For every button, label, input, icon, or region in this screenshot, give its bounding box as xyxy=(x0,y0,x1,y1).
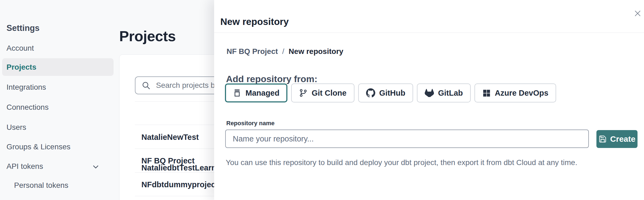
project-row[interactable]: NatalieNewTest xyxy=(141,133,199,142)
source-button-azure-devops[interactable]: Azure DevOps xyxy=(474,83,556,102)
sidebar-item-projects-label: Projects xyxy=(6,63,36,72)
managed-repo-icon xyxy=(233,89,241,97)
source-button-label: Managed xyxy=(245,89,280,98)
repository-helper-text: You can use this repository to build and… xyxy=(226,158,577,167)
breadcrumb-separator: / xyxy=(282,47,284,56)
create-button[interactable]: Create xyxy=(596,130,638,148)
sidebar-title: Settings xyxy=(6,23,39,33)
sidebar-item-projects[interactable]: Projects xyxy=(2,58,114,76)
source-button-gitlab[interactable]: GitLab xyxy=(417,83,471,102)
repository-name-label: Repository name xyxy=(226,120,275,127)
sidebar-item-groups-licenses[interactable]: Groups & Licenses xyxy=(6,143,71,151)
app-window: Settings Account Projects Integrations C… xyxy=(0,0,644,200)
source-button-label: Azure DevOps xyxy=(495,89,548,98)
sidebar-item-users[interactable]: Users xyxy=(6,123,26,132)
source-button-git-clone[interactable]: Git Clone xyxy=(291,83,354,102)
source-button-label: GitLab xyxy=(438,89,463,98)
project-row[interactable]: NFdbtdummyproject xyxy=(141,180,218,189)
github-icon xyxy=(366,88,375,98)
new-repository-modal: New repository NF BQ Project / New repos… xyxy=(214,0,644,200)
save-icon xyxy=(599,135,607,143)
chevron-down-icon[interactable] xyxy=(91,163,100,171)
git-branch-icon xyxy=(299,89,308,97)
gitlab-icon xyxy=(425,88,434,98)
sidebar-item-connections[interactable]: Connections xyxy=(6,103,49,112)
page-title: Projects xyxy=(119,28,176,44)
source-button-label: GitHub xyxy=(379,89,406,98)
modal-header-divider xyxy=(214,33,644,33)
breadcrumb-parent-link[interactable]: NF BQ Project xyxy=(227,47,278,56)
create-button-label: Create xyxy=(610,134,635,144)
close-icon xyxy=(634,10,641,17)
source-button-github[interactable]: GitHub xyxy=(358,83,413,102)
source-button-label: Git Clone xyxy=(312,89,347,98)
modal-title: New repository xyxy=(220,16,289,27)
sidebar-item-account[interactable]: Account xyxy=(6,44,34,53)
source-button-managed[interactable]: Managed xyxy=(225,83,287,102)
sidebar-item-api-tokens[interactable]: API tokens xyxy=(6,162,43,171)
repo-source-buttons: Managed Git Clone GitHub GitLab Azure De… xyxy=(225,83,556,102)
project-row[interactable]: NF BQ Project xyxy=(141,156,195,165)
repository-name-input[interactable] xyxy=(225,130,589,148)
breadcrumb: NF BQ Project / New repository xyxy=(227,47,343,56)
azure-devops-icon xyxy=(482,89,491,97)
add-repository-heading: Add repository from: xyxy=(226,74,317,84)
sidebar-item-integrations[interactable]: Integrations xyxy=(6,83,46,92)
close-button[interactable] xyxy=(632,7,643,19)
sidebar-item-personal-tokens[interactable]: Personal tokens xyxy=(14,181,68,190)
breadcrumb-current: New repository xyxy=(289,47,343,56)
